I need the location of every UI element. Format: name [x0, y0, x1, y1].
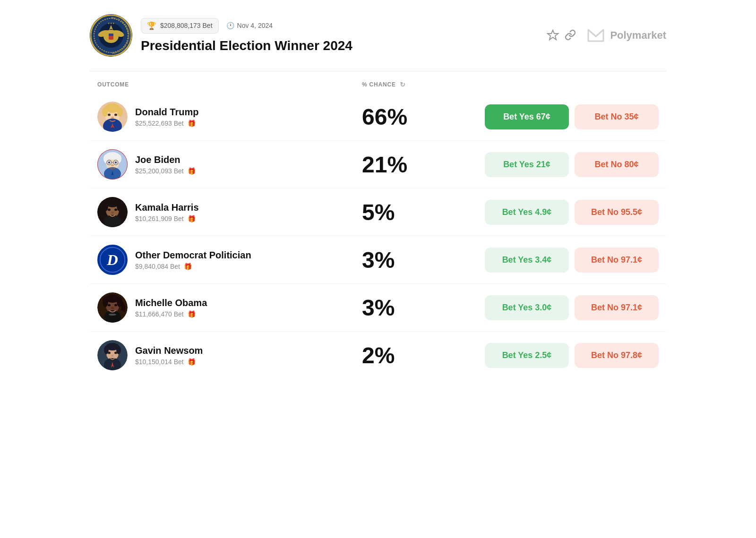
- outcome-info-harris: Kamala Harris $10,261,909 Bet 🎁: [97, 197, 362, 227]
- svg-point-18: [117, 107, 123, 117]
- avatar-harris: [97, 197, 128, 227]
- bet-yes-other-dem[interactable]: Bet Yes 3.4¢: [485, 248, 569, 273]
- header-meta: 🏆 $208,808,173 Bet 🕐 Nov 4, 2024 Preside…: [141, 18, 352, 53]
- table-row: Gavin Newsom $10,150,014 Bet 🎁 2% Bet Ye…: [90, 332, 666, 379]
- svg-marker-11: [548, 30, 558, 40]
- header-right: Polymarket: [547, 26, 666, 45]
- date-label: Nov 4, 2024: [237, 22, 273, 29]
- outcome-info-other-dem: D Other Democrat Politician $9,840,084 B…: [97, 245, 362, 275]
- svg-point-43: [103, 202, 108, 211]
- gift-icon-michelle[interactable]: 🎁: [188, 310, 196, 318]
- gift-icon-trump[interactable]: 🎁: [188, 120, 196, 127]
- header-divider: [90, 71, 666, 71]
- chance-trump: 66%: [362, 104, 485, 130]
- svg-point-20: [114, 114, 117, 116]
- table-header: OUTCOME % CHANCE ↻: [90, 81, 666, 93]
- avatar-other-dem: D: [97, 245, 128, 275]
- trophy-badge: 🏆 $208,808,173 Bet: [141, 18, 219, 34]
- actions-harris: Bet Yes 4.9¢ Bet No 95.5¢: [485, 200, 659, 225]
- bet-no-biden[interactable]: Bet No 80¢: [575, 152, 659, 177]
- outcome-text-other-dem: Other Democrat Politician $9,840,084 Bet…: [135, 250, 251, 270]
- gift-icon-biden[interactable]: 🎁: [188, 167, 196, 175]
- svg-text:★ ★ ★: ★ ★ ★: [108, 22, 115, 25]
- gift-icon-harris[interactable]: 🎁: [188, 215, 196, 222]
- outcome-bet-trump: $25,522,693 Bet 🎁: [135, 120, 198, 127]
- svg-point-69: [112, 355, 114, 357]
- table-row: Joe Biden $25,200,093 Bet 🎁 21% Bet Yes …: [90, 141, 666, 188]
- outcome-info-michelle: Michelle Obama $11,666,470 Bet 🎁: [97, 292, 362, 323]
- page-header: ★ ★ ★ SEAL OF THE PRESIDENT OF THE UNITE…: [90, 14, 666, 57]
- chance-michelle: 3%: [362, 295, 485, 321]
- outcome-name-trump: Donald Trump: [135, 107, 198, 118]
- chance-harris: 5%: [362, 199, 485, 225]
- actions-newsom: Bet Yes 2.5¢ Bet No 97.8¢: [485, 343, 659, 368]
- gift-icon-newsom[interactable]: 🎁: [188, 358, 196, 366]
- bet-yes-newsom[interactable]: Bet Yes 2.5¢: [485, 343, 569, 368]
- svg-point-59: [111, 307, 114, 309]
- outcome-text-michelle: Michelle Obama $11,666,470 Bet 🎁: [135, 298, 207, 318]
- bet-yes-biden[interactable]: Bet Yes 21¢: [485, 152, 569, 177]
- avatar-newsom: [97, 340, 128, 370]
- outcome-info-newsom: Gavin Newsom $10,150,014 Bet 🎁: [97, 340, 362, 370]
- svg-point-60: [109, 314, 116, 316]
- star-button[interactable]: [547, 29, 559, 42]
- bet-yes-harris[interactable]: Bet Yes 4.9¢: [485, 200, 569, 225]
- chance-newsom: 2%: [362, 342, 485, 368]
- actions-michelle: Bet Yes 3.0¢ Bet No 97.1¢: [485, 295, 659, 320]
- bet-no-michelle[interactable]: Bet No 97.1¢: [575, 295, 659, 320]
- header-meta-top: 🏆 $208,808,173 Bet 🕐 Nov 4, 2024: [141, 18, 352, 34]
- bet-no-harris[interactable]: Bet No 95.5¢: [575, 200, 659, 225]
- outcome-name-harris: Kamala Harris: [135, 202, 199, 213]
- col-chance-header: % CHANCE ↻: [362, 81, 485, 88]
- date-info: 🕐 Nov 4, 2024: [226, 22, 273, 29]
- page-title: Presidential Election Winner 2024: [141, 38, 352, 53]
- svg-point-17: [102, 107, 108, 117]
- svg-point-68: [114, 352, 117, 354]
- outcome-info-biden: Joe Biden $25,200,093 Bet 🎁: [97, 149, 362, 179]
- svg-point-19: [108, 114, 111, 116]
- bet-yes-trump[interactable]: Bet Yes 67¢: [485, 104, 569, 129]
- clock-icon: 🕐: [226, 22, 234, 29]
- outcome-text-newsom: Gavin Newsom $10,150,014 Bet 🎁: [135, 345, 203, 366]
- outcome-bet-other-dem: $9,840,084 Bet 🎁: [135, 263, 251, 270]
- link-button[interactable]: [565, 29, 577, 42]
- outcome-bet-biden: $25,200,093 Bet 🎁: [135, 167, 196, 175]
- svg-point-29: [117, 154, 121, 163]
- gift-icon-other-dem[interactable]: 🎁: [184, 263, 192, 270]
- table-row: D Other Democrat Politician $9,840,084 B…: [90, 236, 666, 284]
- svg-point-28: [103, 154, 108, 163]
- svg-point-45: [108, 209, 111, 211]
- outcome-name-michelle: Michelle Obama: [135, 298, 207, 308]
- outcome-name-biden: Joe Biden: [135, 154, 196, 165]
- outcome-bet-harris: $10,261,909 Bet 🎁: [135, 215, 199, 222]
- svg-rect-8: [109, 34, 113, 36]
- bet-yes-michelle[interactable]: Bet Yes 3.0¢: [485, 295, 569, 320]
- outcome-bet-newsom: $10,150,014 Bet 🎁: [135, 358, 203, 366]
- outcome-text-harris: Kamala Harris $10,261,909 Bet 🎁: [135, 202, 199, 222]
- svg-point-21: [111, 117, 114, 119]
- svg-point-55: [103, 297, 108, 307]
- bet-no-other-dem[interactable]: Bet No 97.1¢: [575, 248, 659, 273]
- chance-biden: 21%: [362, 152, 485, 178]
- svg-point-58: [114, 304, 117, 307]
- svg-point-57: [108, 304, 111, 307]
- col-outcome-header: OUTCOME: [97, 81, 362, 88]
- outcome-name-newsom: Gavin Newsom: [135, 345, 203, 356]
- svg-point-33: [108, 162, 110, 163]
- polymarket-brand: Polymarket: [586, 26, 666, 45]
- chance-other-dem: 3%: [362, 247, 485, 273]
- svg-text:D: D: [106, 251, 118, 268]
- actions-trump: Bet Yes 67¢ Bet No 35¢: [485, 104, 659, 129]
- bet-no-newsom[interactable]: Bet No 97.8¢: [575, 343, 659, 368]
- bet-no-trump[interactable]: Bet No 35¢: [575, 104, 659, 129]
- polymarket-label: Polymarket: [610, 29, 666, 42]
- svg-point-44: [117, 202, 121, 211]
- actions-biden: Bet Yes 21¢ Bet No 80¢: [485, 152, 659, 177]
- table-row: Michelle Obama $11,666,470 Bet 🎁 3% Bet …: [90, 284, 666, 332]
- outcome-info-trump: Donald Trump $25,522,693 Bet 🎁: [97, 102, 362, 132]
- outcome-name-other-dem: Other Democrat Politician: [135, 250, 251, 261]
- svg-point-34: [115, 162, 117, 163]
- avatar-biden: [97, 149, 128, 179]
- trophy-icon: 🏆: [147, 21, 156, 30]
- refresh-icon[interactable]: ↻: [400, 81, 406, 88]
